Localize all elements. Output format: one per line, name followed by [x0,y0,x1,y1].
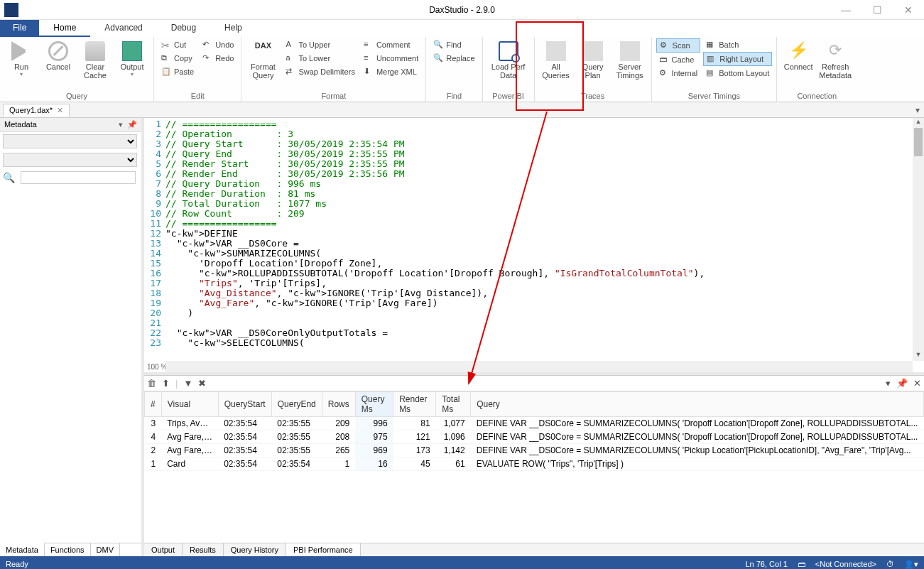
table-row[interactable]: 1Card02:35:5402:35:541164561EVALUATE ROW… [145,457,924,471]
all-queries-button[interactable]: All Queries [539,38,573,80]
cancel-button[interactable]: Cancel [41,38,75,71]
tabs-overflow-icon[interactable]: ▾ [911,105,924,115]
clear-cache-button[interactable]: Clear Cache [78,38,112,80]
results-tab-results[interactable]: Results [183,543,224,556]
cache-icon: 🗃 [659,55,669,65]
tab-home[interactable]: Home [39,20,90,37]
model-select[interactable] [3,153,137,167]
results-tab-history[interactable]: Query History [224,543,286,556]
right-layout-toggle[interactable]: ▥Right Layout [703,52,772,66]
sidebar-tabs: Metadata Functions DMV [0,543,141,556]
server-timings-button[interactable]: Server Timings [613,38,647,80]
panel-pin-icon[interactable]: 📌 [896,378,908,389]
tab-advanced[interactable]: Advanced [90,20,156,37]
minimize-button[interactable]: — [830,0,862,20]
tab-help[interactable]: Help [210,20,256,37]
cache-toggle[interactable]: 🗃Cache [656,53,701,66]
undo-button[interactable]: ↶Undo [200,38,237,51]
results-panel: 🗑 ⬆ | ▼ ✖ ▾ 📌 ✕ # Visual QueryS [144,375,924,556]
query-plan-button[interactable]: Query Plan [576,38,610,80]
paste-button[interactable]: 📋Paste [158,65,197,78]
tab-file[interactable]: File [0,20,39,37]
bottom-layout-toggle[interactable]: ▤Bottom Layout [703,67,772,80]
copy-icon: ⧉ [161,53,171,63]
cut-icon: ✂ [161,40,171,50]
perf-grid[interactable]: # Visual QueryStart QueryEnd Rows Query … [144,391,924,543]
to-upper-button[interactable]: ATo Upper [283,38,357,51]
results-tab-output[interactable]: Output [144,543,183,556]
table-row[interactable]: 4Avg Fare, Tr02:35:5402:35:552089751211,… [145,430,924,444]
filter-icon[interactable]: ▼ [183,378,192,389]
scan-toggle[interactable]: ⚙Scan [656,38,701,53]
load-perf-data-button[interactable]: Load Perf Data [487,38,530,80]
col-queryms[interactable]: Query Ms [355,392,393,417]
col-query[interactable]: Query [471,392,924,417]
tab-debug[interactable]: Debug [157,20,210,37]
connect-button[interactable]: ⚡Connect [781,38,815,71]
redo-button[interactable]: ↷Redo [200,52,237,65]
vertical-scrollbar[interactable]: ▲▼ [913,118,924,361]
sidebar-tab-functions[interactable]: Functions [45,543,91,556]
code-content[interactable]: // =================// Operation : 3// Q… [165,118,924,372]
scroll-thumb[interactable] [914,128,923,156]
close-button[interactable]: ✕ [893,0,924,20]
results-tabs: Output Results Query History PBI Perform… [144,543,924,556]
uncomment-button[interactable]: ≡Uncomment [361,52,421,65]
panel-dropdown-icon[interactable]: ▾ [119,120,123,129]
code-editor[interactable]: 1234567891011121314151617181920212223 //… [144,118,924,375]
replace-icon: 🔍 [433,53,443,63]
document-tab[interactable]: Query1.dax*✕ [3,104,70,116]
output-button[interactable]: Output▾ [115,38,149,77]
refresh-metadata-button[interactable]: ⟳Refresh Metadata [818,38,852,80]
swap-delim-button[interactable]: ⇄Swap Delimiters [283,65,357,78]
col-querystart[interactable]: QueryStart [218,392,271,417]
metadata-search-input[interactable] [21,171,136,184]
export-icon[interactable]: ⬆ [162,378,170,389]
close-tab-icon[interactable]: ✕ [57,106,63,115]
col-totalms[interactable]: Total Ms [436,392,471,417]
sidebar-tab-metadata[interactable]: Metadata [0,543,45,556]
col-rows[interactable]: Rows [322,392,355,417]
col-visual[interactable]: Visual [161,392,218,417]
scroll-down-icon[interactable]: ▼ [913,351,924,361]
ribbon-tabs: File Home Advanced Debug Help [0,20,924,37]
database-select[interactable] [3,134,137,148]
batch-toggle[interactable]: ▦Batch [703,38,772,51]
status-user-icon[interactable]: 👤▾ [904,560,918,569]
clear-results-icon[interactable]: 🗑 [147,378,156,389]
group-powerbi-label: Power BI [487,90,530,102]
status-connection: <Not Connected> [815,560,876,568]
window-title: DaxStudio - 2.9.0 [429,5,495,15]
results-tab-pbi[interactable]: PBI Performance [286,543,361,556]
queries-icon [546,41,566,61]
internal-toggle[interactable]: ⚙Internal [656,67,701,80]
scroll-up-icon[interactable]: ▲ [913,118,924,128]
swap-icon: ⇄ [286,67,295,77]
col-num[interactable]: # [145,392,162,417]
sidebar-tab-dmv[interactable]: DMV [91,543,120,556]
col-renderms[interactable]: Render Ms [393,392,436,417]
table-row[interactable]: 2Avg Fare, Fi02:35:5402:35:552659691731,… [145,444,924,457]
maximize-button[interactable]: ☐ [862,0,893,20]
copy-button[interactable]: ⧉Copy [158,52,197,65]
comment-button[interactable]: ≡Comment [361,38,421,51]
panel-pin-icon[interactable]: 📌 [127,120,137,129]
clear-filter-icon[interactable]: ✖ [198,378,206,389]
panel-menu-icon[interactable]: ▾ [886,378,891,389]
panel-close-icon[interactable]: ✕ [913,378,921,389]
search-icon: 🔍 [3,172,15,183]
horizontal-scrollbar[interactable] [165,361,913,372]
cut-button[interactable]: ✂Cut [158,38,197,51]
replace-button[interactable]: 🔍Replace [430,52,477,65]
to-lower-button[interactable]: aTo Lower [283,52,357,65]
run-button[interactable]: Run▾ [4,38,38,77]
find-button[interactable]: 🔍Find [430,38,477,51]
group-connection-label: Connection [781,90,852,102]
internal-icon: ⚙ [659,68,669,78]
merge-xml-button[interactable]: ⬇Merge XML [361,65,421,78]
title-bar: DaxStudio - 2.9.0 — ☐ ✕ [0,0,924,20]
table-row[interactable]: 3Trips, Avg D02:35:5402:35:55209996811,0… [145,417,924,430]
col-queryend[interactable]: QueryEnd [271,392,322,417]
format-query-button[interactable]: DAXFormat Query [246,38,280,80]
group-query-label: Query [4,90,149,102]
